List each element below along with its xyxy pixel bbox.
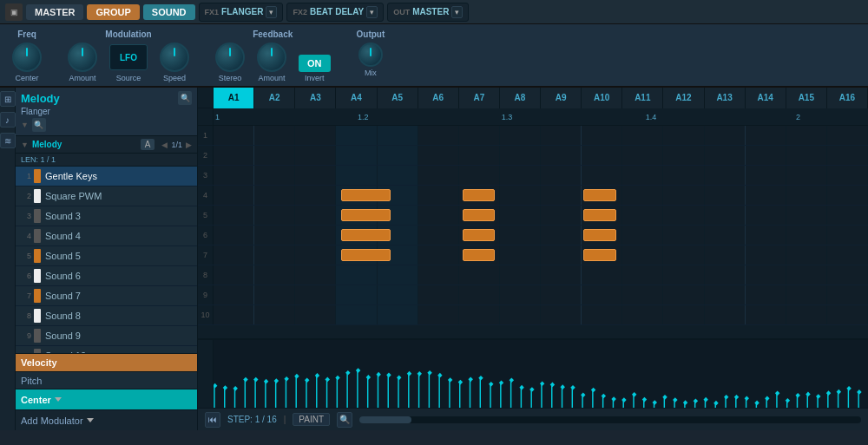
grid-cell-8-1[interactable] [214,265,254,285]
add-modulator-dropdown-arrow[interactable] [87,418,94,422]
grid-cell-6-13[interactable] [705,226,746,245]
grid-cell-7-8[interactable] [500,245,541,265]
grid-cell-1-3[interactable] [295,126,336,145]
track-cell-A8[interactable]: A8 [500,88,541,108]
grid-cell-8-3[interactable] [295,265,336,285]
grid-cell-2-1[interactable] [214,146,254,165]
grid-row-cells-9[interactable] [214,285,868,304]
grid-cell-3-1[interactable] [214,166,254,185]
grid-cell-4-13[interactable] [705,186,746,205]
grid-cell-10-9[interactable] [541,305,582,324]
preset-search-button[interactable]: 🔍 [32,118,46,132]
tab-master[interactable]: MASTER [26,4,83,20]
collapse-icon[interactable]: ▼ [21,141,29,149]
grid-cell-7-11[interactable] [622,245,663,265]
grid-cell-10-15[interactable] [786,305,827,324]
tab-sound[interactable]: SOUND [143,4,195,20]
track-cell-A14[interactable]: A14 [746,88,786,108]
grid-cell-3-2[interactable] [254,166,295,185]
grid-cell-1-14[interactable] [746,126,786,145]
grid-row-cells-5[interactable] [214,206,868,225]
grid-cell-5-15[interactable] [786,206,827,225]
grid-cell-4-8[interactable] [500,186,541,205]
grid-cell-10-12[interactable] [663,305,704,324]
sound-item-2[interactable]: 2 Square PWM [16,187,197,206]
grid-cell-9-7[interactable] [459,285,500,304]
grid-cell-4-1[interactable] [214,186,254,205]
grid-cell-2-7[interactable] [459,146,500,165]
grid-cell-7-13[interactable] [705,245,746,265]
grid-cell-8-15[interactable] [786,265,827,285]
grid-cell-1-9[interactable] [541,126,582,145]
grid-cell-2-10[interactable] [582,146,622,165]
grid-cell-10-16[interactable] [827,305,868,324]
track-cell-A10[interactable]: A10 [582,88,622,108]
grid-row-cells-7[interactable] [214,245,868,265]
grid-cell-2-14[interactable] [746,146,786,165]
grid-cell-7-1[interactable] [214,245,254,265]
pitch-row[interactable]: Pitch [16,371,197,389]
track-cell-A13[interactable]: A13 [705,88,746,108]
grid-cell-5-2[interactable] [254,206,295,225]
sound-item-1[interactable]: 1 Gentle Keys [16,167,197,187]
grid-cell-2-3[interactable] [295,146,336,165]
grid-cell-5-6[interactable] [418,206,459,225]
grid-cell-1-5[interactable] [378,126,418,145]
note-block[interactable] [463,249,496,261]
grid-cell-10-13[interactable] [705,305,746,324]
grid-cell-8-10[interactable] [582,265,622,285]
amount-knob[interactable] [68,43,97,72]
grid-row-cells-3[interactable] [214,166,868,185]
grid-cell-6-11[interactable] [622,226,663,245]
note-block[interactable] [341,249,391,261]
grid-cell-10-2[interactable] [254,305,295,324]
grid-cell-3-8[interactable] [500,166,541,185]
grid-cell-1-7[interactable] [459,126,500,145]
grid-cell-10-14[interactable] [746,305,786,324]
sound-item-10[interactable]: 10 Sound 10 [16,346,197,353]
grid-cell-3-16[interactable] [827,166,868,185]
grid-cell-10-5[interactable] [378,305,418,324]
grid-cell-10-6[interactable] [418,305,459,324]
grid-cell-6-12[interactable] [663,226,704,245]
track-cell-A4[interactable]: A4 [336,88,377,108]
grid-cell-9-11[interactable] [622,285,663,304]
grid-cell-4-2[interactable] [254,186,295,205]
invert-on-button[interactable]: ON [299,55,331,72]
grid-cell-9-15[interactable] [786,285,827,304]
grid-cell-8-4[interactable] [336,265,377,285]
grid-cell-1-1[interactable] [214,126,254,145]
stereo-knob[interactable] [215,43,245,72]
grid-cell-3-11[interactable] [622,166,663,185]
grid-cell-9-6[interactable] [418,285,459,304]
grid-cell-4-14[interactable] [746,186,786,205]
grid-cell-6-9[interactable] [541,226,582,245]
grid-cell-1-8[interactable] [500,126,541,145]
grid-cell-3-7[interactable] [459,166,500,185]
sound-item-4[interactable]: 4 Sound 4 [16,226,197,246]
note-block[interactable] [583,209,616,221]
grid-cell-10-7[interactable] [459,305,500,324]
grid-cell-4-16[interactable] [827,186,868,205]
grid-cell-3-4[interactable] [336,166,377,185]
note-block[interactable] [341,229,391,241]
piano-icon[interactable]: ♪ [0,112,16,128]
grid-cell-7-3[interactable] [295,245,336,265]
tab-group[interactable]: GROUP [87,4,139,20]
grid-row-cells-4[interactable] [214,186,868,205]
grid-cell-9-8[interactable] [500,285,541,304]
sound-item-7[interactable]: 7 Sound 7 [16,286,197,306]
grid-row-cells-10[interactable] [214,305,868,324]
grid-cell-8-14[interactable] [746,265,786,285]
grid-cell-9-9[interactable] [541,285,582,304]
grid-row-cells-8[interactable] [214,265,868,285]
bottom-scrollbar[interactable] [359,416,861,423]
sound-item-6[interactable]: 6 Sound 6 [16,266,197,286]
grid-cell-8-5[interactable] [378,265,418,285]
sound-item-5[interactable]: 5 Sound 5 [16,246,197,266]
grid-cell-2-2[interactable] [254,146,295,165]
grid-cell-5-13[interactable] [705,206,746,225]
track-cell-A7[interactable]: A7 [459,88,500,108]
grid-cell-9-4[interactable] [336,285,377,304]
track-cell-A5[interactable]: A5 [378,88,418,108]
